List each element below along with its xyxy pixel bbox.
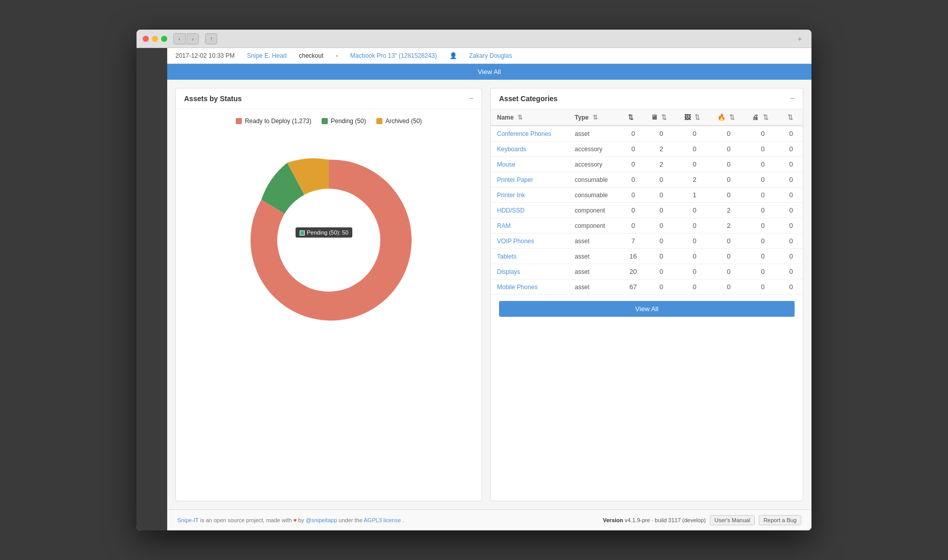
category-link-2[interactable]: Mouse [497, 161, 515, 168]
footer: Snipe-IT is an open source project, made… [167, 509, 811, 530]
footer-text-suffix: . [402, 517, 404, 523]
cell-c3-2: 0 [678, 157, 711, 172]
cell-c4-2: 0 [711, 157, 747, 172]
cell-c2-8: 0 [645, 249, 678, 264]
cell-c3-3: 2 [678, 172, 711, 188]
footer-text-mid: is an open source project, made with [200, 517, 293, 523]
legend-item-1: Pending (50) [322, 118, 366, 125]
cell-name-5: HDD/SSD [491, 203, 569, 218]
footer-right: Version v4.1.9-pre · build 3117 (develop… [603, 515, 801, 525]
table-row: Mouse accessory 0 2 0 0 0 0 [491, 157, 803, 172]
cell-c3-4: 1 [678, 188, 711, 203]
cell-c6-3: 0 [779, 172, 803, 188]
table-row: HDD/SSD component 0 0 0 2 0 0 [491, 203, 803, 218]
cell-c4-10: 0 [711, 279, 747, 295]
minimize-button[interactable] [152, 36, 158, 42]
sort-icon-fire: ⇅ [729, 113, 735, 121]
maximize-button[interactable] [161, 36, 167, 42]
view-all-bar[interactable]: View All [167, 64, 811, 80]
legend-dot-1 [322, 118, 328, 124]
table-row: Printer Paper consumable 0 0 2 0 0 0 [491, 172, 803, 188]
snipeit-link[interactable]: Snipe-IT [177, 517, 198, 523]
table-row: Keyboards accessory 0 2 0 0 0 0 [491, 142, 803, 157]
view-all-label: View All [478, 68, 501, 76]
asset-icon: ▪ [336, 52, 338, 59]
assignee-link[interactable]: Zakary Douglas [469, 52, 512, 59]
table-view-all: View All [491, 294, 803, 323]
forward-button[interactable]: › [187, 33, 199, 44]
back-button[interactable]: ‹ [173, 33, 186, 44]
table-row: Tablets asset 16 0 0 0 0 0 [491, 249, 803, 264]
category-link-7[interactable]: VOIP Phones [497, 238, 534, 245]
cell-c2-2: 2 [645, 157, 678, 172]
sort-icon-name: ⇅ [517, 114, 523, 121]
donut-chart: Pending (50): 50 [221, 133, 436, 347]
legend-label-1: Pending (50) [331, 118, 366, 125]
traffic-lights [143, 36, 167, 42]
cell-c6-10: 0 [779, 279, 803, 295]
sort-icon-image: ⇅ [694, 113, 700, 121]
cell-type-7: asset [569, 234, 622, 249]
cell-c5-4: 0 [746, 188, 779, 203]
assets-panel-title: Assets by Status [184, 95, 242, 103]
report-bug-button[interactable]: Report a Bug [759, 515, 801, 525]
cell-c6-8: 0 [779, 249, 803, 264]
cell-c2-9: 0 [645, 264, 678, 279]
donut-hole [277, 189, 380, 292]
category-link-0[interactable]: Conference Phones [497, 130, 551, 137]
category-link-10[interactable]: Mobile Phones [497, 284, 537, 291]
col-type[interactable]: Type ⇅ [569, 109, 622, 126]
cell-c1-7: 7 [622, 234, 645, 249]
categories-table-wrapper: Name ⇅ Type ⇅ ⇅ [491, 109, 803, 294]
heart-icon: ♥ [294, 517, 297, 523]
categories-panel-title: Asset Categories [499, 95, 557, 103]
users-manual-button[interactable]: User's Manual [710, 515, 755, 525]
legend-dot-0 [236, 118, 242, 124]
window-content: 2017-12-02 10:33 PM Snipe E. Head checko… [137, 48, 811, 530]
col-assets: ⇅ [622, 109, 645, 126]
col-name[interactable]: Name ⇅ [491, 109, 569, 126]
cell-c2-7: 0 [645, 234, 678, 249]
cell-c4-8: 0 [711, 249, 747, 264]
category-link-8[interactable]: Tablets [497, 253, 516, 260]
cell-c3-10: 0 [678, 279, 711, 295]
category-link-3[interactable]: Printer Paper [497, 176, 533, 183]
cell-type-3: consumable [569, 172, 622, 188]
legend-item-2: Archived (50) [376, 118, 422, 125]
close-button[interactable] [143, 36, 149, 42]
version-value: v4.1.9-pre · build 3117 (develop) [625, 517, 706, 523]
table-body: Conference Phones asset 0 0 0 0 0 0 Keyb… [491, 126, 803, 294]
cell-c2-1: 2 [645, 142, 678, 157]
category-link-9[interactable]: Displays [497, 268, 520, 275]
cell-c1-1: 0 [622, 142, 645, 157]
cell-type-4: consumable [569, 188, 622, 203]
nav-buttons: ‹ › [173, 33, 199, 44]
cell-c1-6: 0 [622, 218, 645, 234]
table-view-all-button[interactable]: View All [499, 301, 795, 317]
categories-panel-minimize[interactable]: − [790, 95, 795, 103]
cell-c5-8: 0 [746, 249, 779, 264]
agpl-link[interactable]: AGPL3 license [364, 517, 401, 523]
cell-name-8: Tablets [491, 249, 569, 264]
category-link-5[interactable]: HDD/SSD [497, 207, 525, 214]
asset-link[interactable]: Macbook Pro 13" (1281528243) [350, 52, 437, 59]
category-link-1[interactable]: Keyboards [497, 146, 526, 153]
cell-c1-10: 67 [622, 279, 645, 295]
action-label: checkout [299, 52, 323, 59]
cell-type-8: asset [569, 249, 622, 264]
cell-c1-0: 0 [622, 126, 645, 142]
category-link-4[interactable]: Printer Ink [497, 192, 525, 199]
cell-c4-7: 0 [711, 234, 747, 249]
cell-c2-3: 0 [645, 172, 678, 188]
snipeitapp-link[interactable]: @snipeitapp [306, 517, 337, 523]
download-button[interactable]: ↑ [205, 33, 217, 44]
new-tab-button[interactable]: + [794, 34, 805, 44]
cell-name-7: VOIP Phones [491, 234, 569, 249]
cell-type-1: accessory [569, 142, 622, 157]
user-link[interactable]: Snipe E. Head [247, 52, 286, 59]
cell-c5-1: 0 [746, 142, 779, 157]
assets-panel-minimize[interactable]: − [469, 95, 473, 103]
cell-c5-6: 0 [746, 218, 779, 234]
categories-panel-header: Asset Categories − [491, 88, 803, 109]
category-link-6[interactable]: RAM [497, 222, 511, 229]
